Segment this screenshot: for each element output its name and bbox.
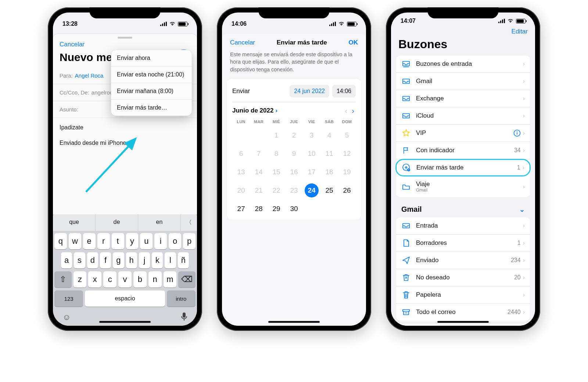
key-j[interactable]: j [139,252,150,268]
calendar-day[interactable]: 21 [250,181,268,200]
next-month-button[interactable]: › [350,107,356,115]
calendar-day[interactable]: 13 [232,163,250,181]
suggestion-collapse-icon[interactable]: 〈 [181,214,197,231]
mailbox-row[interactable]: ViajeGmail› [396,176,530,197]
calendar-day[interactable]: 27 [232,200,250,218]
suggestion[interactable]: de [96,214,138,231]
key-e[interactable]: e [83,233,96,249]
calendar-day[interactable]: 18 [320,163,338,181]
key-l[interactable]: l [165,252,176,268]
mailbox-row[interactable]: Todo el correo2440› [396,304,530,321]
ok-button[interactable]: OK [349,39,358,46]
calendar-day[interactable]: 16 [285,163,303,181]
key-b[interactable]: b [133,271,147,288]
body-text[interactable]: Ipadizate Enviado desde mi iPhone [53,118,197,159]
key-v[interactable]: v [118,271,132,288]
key-a[interactable]: a [61,252,72,268]
calendar-day[interactable]: 22 [268,181,285,200]
key-r[interactable]: r [97,233,110,249]
mailbox-row[interactable]: Enviado234› [396,252,530,269]
calendar-month[interactable]: Junio de 2022 › [232,107,277,114]
account-section-header[interactable]: Gmail ⌄ [391,205,535,217]
key-s[interactable]: s [74,252,85,268]
calendar-day[interactable]: 8 [268,144,285,163]
suggestion[interactable]: en [138,214,181,231]
key-g[interactable]: g [113,252,124,268]
calendar-day[interactable]: 20 [232,181,250,200]
key-i[interactable]: i [154,233,167,249]
key-t[interactable]: t [112,233,124,249]
suggestion[interactable]: que [53,214,96,231]
calendar-day[interactable]: 5 [338,126,356,144]
menu-send-now[interactable]: Enviar ahora [111,50,192,67]
calendar-day[interactable]: 17 [303,163,320,181]
cancel-button[interactable]: Cancelar [230,39,255,46]
key-z[interactable]: z [74,271,87,288]
calendar-day[interactable]: 29 [268,200,285,218]
mailbox-row[interactable]: Exchange› [396,90,530,107]
calendar-day[interactable]: 3 [303,126,320,144]
key-ñ[interactable]: ñ [178,252,189,268]
calendar-day[interactable]: 19 [338,163,356,181]
mailbox-row[interactable]: Entrada› [396,217,530,235]
calendar-day[interactable]: 30 [285,200,303,218]
key-y[interactable]: y [126,233,139,249]
calendar-day[interactable]: 23 [285,181,303,200]
calendar-day[interactable]: 28 [250,200,268,218]
time-chip[interactable]: 14:06 [332,85,356,97]
key-f[interactable]: f [100,252,111,268]
calendar-day[interactable]: 4 [320,126,338,144]
sheet-grabber[interactable] [118,37,132,39]
mailbox-row[interactable]: No deseado20› [396,269,530,286]
info-icon[interactable] [513,129,521,137]
calendar-day[interactable]: 11 [320,144,338,163]
key-enter[interactable]: intro [167,290,196,307]
key-backspace[interactable]: ⌫ [178,271,196,288]
calendar-day[interactable]: 14 [250,163,268,181]
key-numbers[interactable]: 123 [54,290,83,307]
key-k[interactable]: k [152,252,163,268]
menu-send-tomorrow[interactable]: Enviar mañana (8:00) [111,83,192,100]
key-x[interactable]: x [88,271,101,288]
calendar-day[interactable]: 10 [303,144,320,163]
menu-send-later[interactable]: Enviar más tarde… [111,100,192,116]
key-p[interactable]: p [183,233,196,249]
home-indicator[interactable] [437,321,489,323]
mailbox-row[interactable]: Con indicador34› [396,142,530,159]
calendar-day[interactable]: 6 [232,144,250,163]
calendar-day[interactable]: 15 [268,163,285,181]
mailbox-row[interactable]: Enviar más tarde1› [395,159,531,176]
mailbox-row[interactable]: VIP› [396,125,530,142]
prev-month-button[interactable]: ‹ [343,107,349,115]
calendar-day[interactable]: 26 [338,181,356,200]
calendar-day[interactable]: 24 [303,181,320,200]
calendar-day[interactable]: 25 [320,181,338,200]
mailbox-row[interactable]: iCloud› [396,107,530,125]
home-indicator[interactable] [268,321,320,323]
mailbox-row[interactable]: Buzones de entrada› [396,56,530,73]
cancel-button[interactable]: Cancelar [60,41,85,48]
key-c[interactable]: c [103,271,116,288]
mailbox-row[interactable]: Papelera› [396,286,530,304]
key-space[interactable]: espacio [85,290,165,307]
key-n[interactable]: n [148,271,162,288]
calendar-day[interactable]: 9 [285,144,303,163]
key-h[interactable]: h [126,252,137,268]
key-shift[interactable]: ⇧ [54,271,72,288]
mic-icon[interactable] [181,313,187,322]
calendar-day[interactable]: 2 [285,126,303,144]
key-d[interactable]: d [87,252,98,268]
key-u[interactable]: u [140,233,153,249]
calendar-day[interactable]: 7 [250,144,268,163]
key-q[interactable]: q [54,233,67,249]
calendar-day[interactable]: 1 [268,126,285,144]
edit-button[interactable]: Editar [512,28,528,35]
key-o[interactable]: o [169,233,181,249]
date-chip[interactable]: 24 jun 2022 [290,85,329,97]
home-indicator[interactable] [99,321,151,323]
key-m[interactable]: m [164,271,177,288]
key-w[interactable]: w [69,233,81,249]
emoji-icon[interactable]: ☺ [62,313,71,322]
mailbox-row[interactable]: Borradores1› [396,235,530,252]
menu-send-tonight[interactable]: Enviar esta noche (21:00) [111,67,192,83]
